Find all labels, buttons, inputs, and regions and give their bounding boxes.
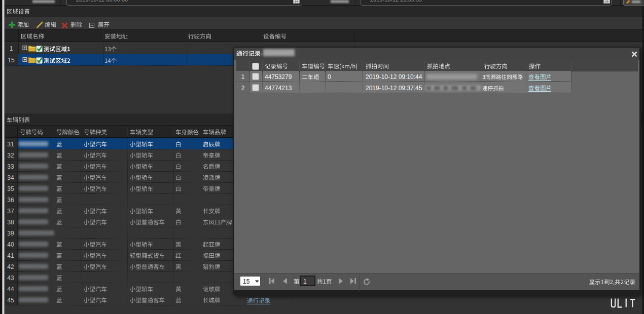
svg-text:35: 35 — [7, 185, 14, 192]
svg-text:37: 37 — [7, 208, 14, 215]
svg-text:38: 38 — [7, 219, 14, 226]
svg-text:42: 42 — [7, 263, 14, 270]
svg-text:36: 36 — [7, 197, 14, 204]
svg-text:33: 33 — [7, 163, 14, 170]
svg-text:2019-10-12 00:00:00: 2019-10-12 00:00:00 — [76, 0, 128, 3]
svg-text:2019-10-12 23:59:59: 2019-10-12 23:59:59 — [370, 0, 422, 3]
svg-text:15: 15 — [243, 278, 250, 285]
svg-text:1: 1 — [10, 45, 13, 52]
svg-text:15: 15 — [8, 57, 15, 64]
svg-text:39: 39 — [7, 230, 14, 237]
svg-text:44753279: 44753279 — [265, 73, 292, 81]
svg-text:44774213: 44774213 — [265, 85, 292, 92]
svg-text:34: 34 — [7, 174, 14, 181]
svg-text:41: 41 — [7, 252, 14, 259]
svg-text:0: 0 — [328, 73, 331, 81]
svg-text:40: 40 — [7, 241, 14, 248]
svg-text:45: 45 — [7, 297, 14, 304]
svg-text:32: 32 — [7, 152, 14, 159]
svg-text:1: 1 — [303, 278, 307, 285]
svg-text:44: 44 — [7, 286, 14, 293]
svg-text:31: 31 — [7, 141, 14, 148]
svg-text:1: 1 — [241, 73, 245, 81]
svg-text:43: 43 — [7, 274, 14, 282]
svg-text:2019-10-12 09:37:45: 2019-10-12 09:37:45 — [366, 85, 422, 92]
svg-text:2: 2 — [241, 85, 245, 92]
svg-text:2019-10-12 09:10:44: 2019-10-12 09:10:44 — [366, 73, 422, 81]
